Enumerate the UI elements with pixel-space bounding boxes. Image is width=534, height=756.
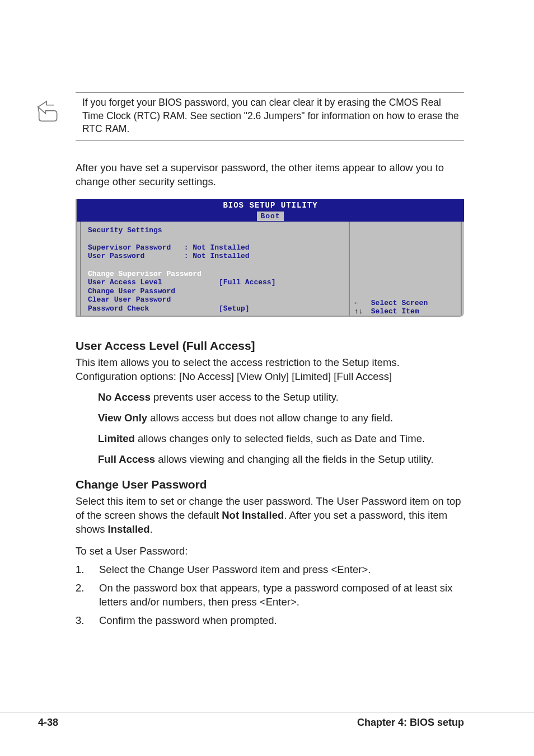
bios-title-bar: BIOS SETUP UTILITY Boot	[77, 199, 464, 222]
bios-tab-boot: Boot	[257, 212, 283, 222]
note-text: If you forget your BIOS password, you ca…	[82, 96, 464, 136]
heading-change-user-password: Change User Password	[76, 477, 464, 492]
bios-help-panel: ← Select Screen↑↓ Select Item	[350, 222, 462, 317]
note-callout: If you forget your BIOS password, you ca…	[76, 92, 464, 141]
cup-bold-2: Installed	[108, 523, 150, 535]
chapter-label: Chapter 4: BIOS setup	[357, 716, 464, 729]
bios-help-line: ↑↓ Select Item	[354, 307, 456, 316]
bios-status-row: Supervisor Password : Not Installed	[88, 243, 342, 252]
bios-help-line: ← Select Screen	[354, 299, 456, 308]
cup-desc: Select this item to set or change the us…	[76, 495, 464, 537]
hand-pointing-icon	[35, 98, 59, 122]
step-item: 2.On the password box that appears, type…	[76, 581, 464, 609]
step-item: 3.Confirm the password when prompted.	[76, 614, 464, 628]
cup-text-e: .	[150, 523, 153, 535]
access-option: No Access prevents user access to the Se…	[98, 391, 464, 405]
bios-menu-item: Change User Password	[88, 287, 342, 296]
access-option: View Only allows access but does not all…	[98, 411, 464, 425]
access-options-list: No Access prevents user access to the Se…	[76, 391, 464, 467]
bios-status-row: User Password : Not Installed	[88, 252, 342, 261]
bios-menu-item	[88, 313, 342, 317]
bios-screenshot: BIOS SETUP UTILITY Boot Security Setting…	[76, 199, 464, 317]
cup-subhead: To set a User Password:	[76, 544, 464, 558]
heading-user-access-level: User Access Level (Full Access]	[76, 338, 464, 354]
bios-menu-item: User Access Level [Full Access]	[88, 278, 342, 287]
steps-list: 1.Select the Change User Password item a…	[76, 563, 464, 628]
bios-menu-item: Clear User Password	[88, 295, 342, 304]
bios-left-panel: Security Settings Supervisor Password : …	[80, 222, 350, 317]
intro-paragraph: After you have set a supervisor password…	[76, 161, 464, 189]
bios-menu-item: Password Check [Setup]	[88, 304, 342, 313]
cup-bold-1: Not Installed	[222, 509, 284, 521]
page-content: If you forget your BIOS password, you ca…	[0, 0, 534, 628]
access-option: Full Access allows viewing and changing …	[98, 453, 464, 467]
bios-title: BIOS SETUP UTILITY	[223, 201, 317, 210]
page-footer: 4-38 Chapter 4: BIOS setup	[0, 712, 534, 729]
page-number: 4-38	[0, 716, 58, 729]
ual-desc-1: This item allows you to select the acces…	[76, 356, 464, 370]
access-option: Limited allows changes only to selected …	[98, 432, 464, 446]
bios-section-title: Security Settings	[88, 226, 342, 235]
bios-menu-item: Change Supervisor Password	[88, 270, 342, 279]
ual-desc-2: Configuration options: [No Access] [View…	[76, 370, 464, 384]
step-item: 1.Select the Change User Password item a…	[76, 563, 464, 577]
